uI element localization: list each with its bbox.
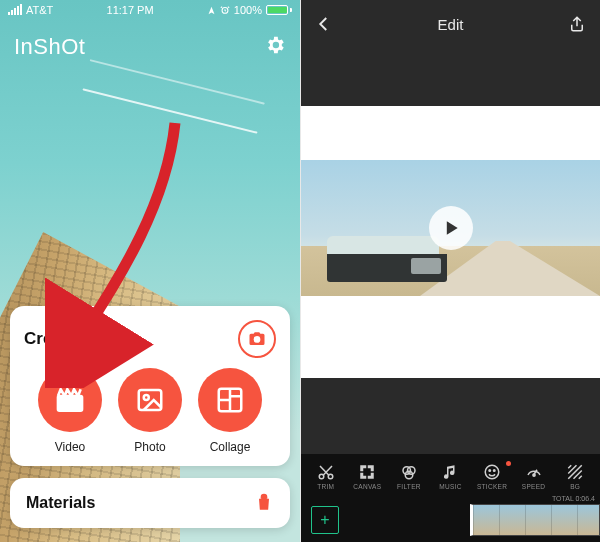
letterbox-top: [301, 48, 600, 106]
add-clip-button[interactable]: +: [311, 506, 339, 534]
location-icon: [207, 6, 216, 15]
tool-sticker[interactable]: STICKER: [475, 463, 509, 490]
tool-label: TRIM: [317, 483, 334, 490]
tool-canvas[interactable]: CANVAS: [350, 463, 384, 490]
status-bar: AT&T 11:17 PM 100%: [0, 0, 300, 20]
create-title: Create New: [24, 329, 117, 349]
carrier-label: AT&T: [26, 4, 53, 16]
music-icon: [441, 463, 459, 481]
share-button[interactable]: [568, 15, 586, 33]
tool-label: BG: [570, 483, 580, 490]
edit-toolbar: TRIM CANVAS FILTER MUSIC STICKER SPEED B…: [301, 454, 600, 498]
clapperboard-icon: [54, 384, 86, 416]
speed-icon: [525, 463, 543, 481]
camera-icon: [248, 330, 266, 348]
tool-trim[interactable]: TRIM: [309, 463, 343, 490]
svg-point-13: [494, 469, 496, 471]
edit-screen: Edit TRIM CANVAS FILTER M: [300, 0, 600, 542]
svg-point-6: [319, 474, 324, 479]
tool-label: CANVAS: [353, 483, 381, 490]
materials-label: Materials: [26, 494, 95, 512]
home-screen: AT&T 11:17 PM 100% InShOt Create New: [0, 0, 300, 542]
svg-point-10: [405, 471, 413, 479]
svg-point-12: [489, 469, 491, 471]
svg-point-7: [328, 474, 333, 479]
canvas-icon: [358, 463, 376, 481]
signal-icon: [8, 5, 22, 15]
tool-music[interactable]: MUSIC: [433, 463, 467, 490]
alarm-icon: [220, 5, 230, 15]
cut-icon: [317, 463, 335, 481]
create-video-button[interactable]: Video: [30, 368, 110, 454]
clock-label: 11:17 PM: [107, 4, 154, 16]
video-preview[interactable]: [301, 160, 600, 296]
app-logo: InShOt: [14, 34, 85, 60]
action-label: Collage: [210, 440, 251, 454]
tool-speed[interactable]: SPEED: [517, 463, 551, 490]
timeline[interactable]: + TOTAL 0:06.4: [301, 498, 600, 542]
battery-pct-label: 100%: [234, 4, 262, 16]
action-label: Photo: [134, 440, 165, 454]
bg-icon: [566, 463, 584, 481]
camera-button[interactable]: [238, 320, 276, 358]
collage-icon: [215, 385, 245, 415]
create-collage-button[interactable]: Collage: [190, 368, 270, 454]
tool-label: FILTER: [397, 483, 421, 490]
tool-label: MUSIC: [439, 483, 461, 490]
total-time-label: TOTAL 0:06.4: [552, 495, 595, 502]
back-button[interactable]: [315, 15, 333, 33]
battery-icon: [266, 5, 292, 15]
create-photo-button[interactable]: Photo: [110, 368, 190, 454]
sticker-icon: [483, 463, 501, 481]
svg-rect-3: [139, 390, 162, 410]
create-card: Create New Video Photo: [10, 306, 290, 466]
settings-button[interactable]: [264, 34, 286, 56]
shop-icon: [254, 493, 274, 513]
tool-label: STICKER: [477, 483, 507, 490]
gear-icon: [264, 34, 286, 56]
materials-card[interactable]: Materials: [10, 478, 290, 528]
action-label: Video: [55, 440, 85, 454]
edit-header: Edit: [301, 0, 600, 48]
preview-subject: [327, 236, 447, 282]
filter-icon: [400, 463, 418, 481]
chevron-left-icon: [315, 15, 333, 33]
picture-icon: [135, 385, 165, 415]
svg-point-14: [532, 473, 534, 475]
svg-rect-1: [58, 396, 82, 411]
notification-dot: [506, 461, 511, 466]
timeline-clip[interactable]: TOTAL 0:06.4: [470, 504, 600, 536]
svg-point-11: [485, 465, 499, 479]
play-button[interactable]: [429, 206, 473, 250]
tool-bg[interactable]: BG: [558, 463, 592, 490]
letterbox-bottom: [301, 378, 600, 464]
play-icon: [441, 218, 461, 238]
tool-filter[interactable]: FILTER: [392, 463, 426, 490]
share-icon: [568, 15, 586, 33]
svg-point-4: [144, 395, 149, 400]
edit-title: Edit: [438, 16, 464, 33]
tool-label: SPEED: [522, 483, 546, 490]
